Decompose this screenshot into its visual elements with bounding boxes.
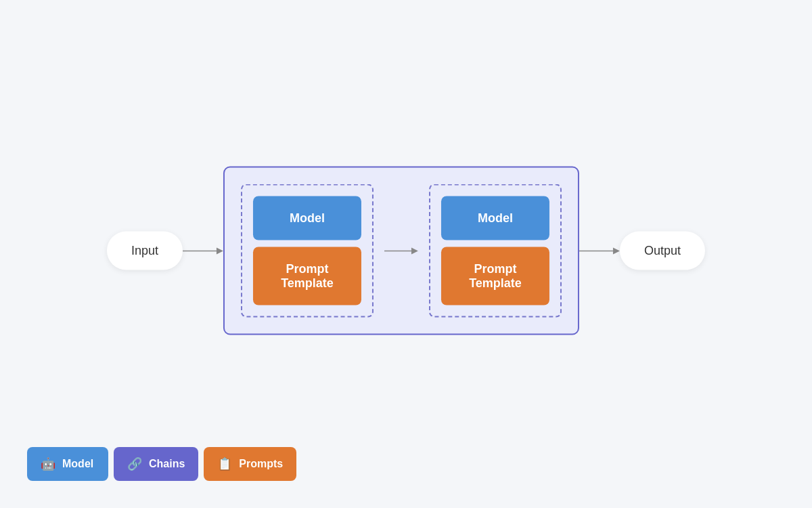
- chain-inner-box-1: Model Prompt Template: [241, 184, 374, 318]
- model-block-2: Model: [441, 196, 549, 240]
- svg-marker-1: [217, 247, 223, 254]
- legend-item-prompts: 📋 Prompts: [204, 447, 296, 481]
- arrow-chain-internal: [374, 244, 429, 257]
- legend-prompts-label: Prompts: [239, 458, 283, 470]
- prompt-block-2: Prompt Template: [441, 247, 549, 305]
- chain-box: Model Prompt Template Model Prompt Templ…: [223, 167, 579, 335]
- output-node: Output: [620, 232, 705, 270]
- model-block-1: Model: [253, 196, 361, 240]
- chains-icon: 🔗: [127, 457, 142, 471]
- legend-item-model: 🤖 Model: [27, 447, 108, 481]
- input-label: Input: [131, 244, 158, 257]
- legend-model-label: Model: [62, 458, 93, 470]
- legend-chains-label: Chains: [149, 458, 185, 470]
- prompt-block-1: Prompt Template: [253, 247, 361, 305]
- output-label: Output: [644, 244, 681, 257]
- prompts-icon: 📋: [217, 457, 232, 471]
- svg-marker-3: [411, 247, 418, 254]
- svg-marker-5: [613, 247, 620, 254]
- legend: 🤖 Model 🔗 Chains 📋 Prompts: [27, 447, 296, 481]
- chain-inner-box-2: Model Prompt Template: [429, 184, 562, 318]
- arrow-input-to-chain: [183, 244, 223, 257]
- diagram-area: Input Model Prompt Template: [107, 167, 705, 335]
- arrow-chain-to-output: [579, 244, 620, 257]
- legend-item-chains: 🔗 Chains: [114, 447, 198, 481]
- input-node: Input: [107, 232, 183, 270]
- model-icon: 🤖: [41, 457, 55, 471]
